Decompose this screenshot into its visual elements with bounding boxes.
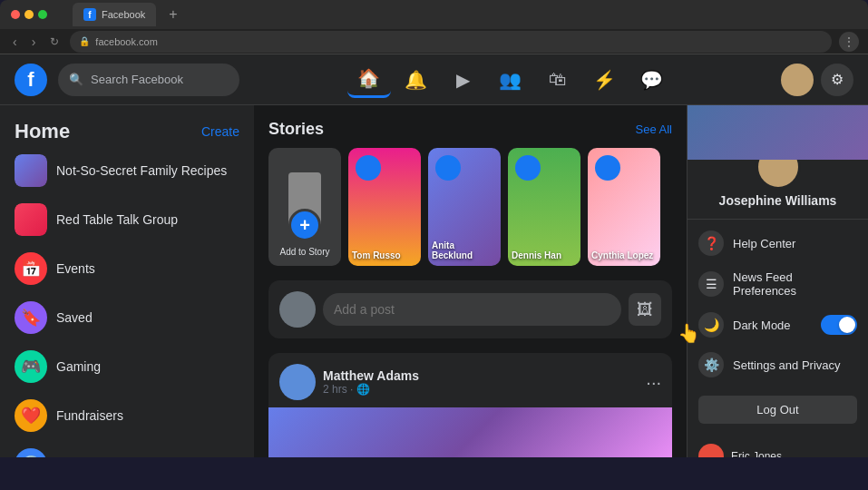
search-icon: 🔍 — [69, 73, 83, 86]
post-header: Matthew Adams 2 hrs · 🌐 ··· — [268, 353, 672, 400]
news-feed-label: News Feed Preferences — [733, 270, 857, 298]
logout-button[interactable]: Log Out — [698, 396, 857, 424]
nav-friends-button[interactable]: 👥 — [489, 62, 532, 98]
news-feed-icon: ☰ — [698, 271, 724, 297]
top-nav: f 🔍 Search Facebook 🏠 🔔 ▶ 👥 🛍 ⚡ 💬 ⚙ — [0, 54, 868, 105]
sidebar-item-events[interactable]: 📅 Events — [7, 245, 247, 292]
nav-groups-button[interactable]: ⚡ — [583, 62, 627, 98]
forward-button[interactable]: › — [28, 33, 40, 51]
nav-tv-button[interactable]: ▶ — [442, 62, 485, 98]
tl-red[interactable] — [11, 10, 20, 19]
story-avatar-3 — [515, 155, 541, 181]
nav-bell-button[interactable]: 🔔 — [395, 62, 438, 98]
post-avatar — [279, 364, 316, 400]
browser-settings-button[interactable]: ⋮ — [839, 32, 859, 52]
story-name-2: Anita Becklund — [432, 240, 497, 260]
sidebar-item-label: Saved — [56, 310, 93, 325]
news-feed-pref-item[interactable]: ☰ News Feed Preferences — [688, 263, 868, 305]
add-story-card[interactable]: + Add to Story — [268, 148, 341, 266]
story-avatar-4 — [595, 155, 620, 181]
stories-section: Stories See All + Add to Story Tom Russo — [268, 120, 672, 266]
toggle-knob — [839, 317, 855, 333]
feed-inner: Stories See All + Add to Story Tom Russo — [254, 105, 687, 457]
sidebar-item-fundraisers[interactable]: ❤️ Fundraisers — [7, 392, 247, 439]
profile-name: Josephine Williams — [719, 193, 837, 208]
right-panel: Josephine Williams ❓ Help Center ☰ News … — [687, 54, 868, 457]
events-icon: 📅 — [15, 252, 47, 285]
nav-store-button[interactable]: 🛍 — [536, 62, 580, 98]
settings-privacy-label: Settings and Privacy — [733, 358, 841, 372]
settings-button[interactable]: ⚙ — [821, 64, 853, 96]
stories-title: Stories — [268, 120, 324, 139]
post-composer: 🖼 — [268, 280, 672, 338]
sidebar-item-label: Gaming — [56, 359, 101, 374]
sidebar: Home Create Not-So-Secret Family Recipes… — [0, 54, 254, 457]
story-avatar-2 — [435, 155, 461, 181]
address-bar: ‹ › ↻ 🔒 facebook.com ⋮ — [0, 29, 868, 54]
group-red-img — [15, 203, 47, 236]
sidebar-item-label: Fundraisers — [56, 408, 123, 423]
search-placeholder: Search Facebook — [91, 73, 183, 86]
back-button[interactable]: ‹ — [9, 33, 21, 51]
story-name-1: Tom Russo — [352, 250, 417, 260]
new-tab-button[interactable]: + — [163, 6, 182, 23]
saved-icon: 🔖 — [15, 301, 47, 334]
contact-item-1[interactable]: Eric Jones — [688, 438, 868, 457]
nav-icons: 🏠 🔔 ▶ 👥 🛍 ⚡ 💬 — [250, 62, 770, 98]
help-center-icon: ❓ — [698, 230, 724, 256]
profile-avatar-button[interactable] — [781, 64, 814, 96]
dark-mode-item[interactable]: 🌙 Dark Mode — [688, 305, 868, 345]
fb-logo[interactable]: f — [15, 64, 47, 96]
active-tab[interactable]: f Facebook — [73, 3, 156, 26]
search-bar[interactable]: 🔍 Search Facebook — [58, 64, 239, 96]
tl-green[interactable] — [38, 10, 47, 19]
app-container: f 🔍 Search Facebook 🏠 🔔 ▶ 👥 🛍 ⚡ 💬 ⚙ Home… — [0, 54, 868, 457]
post-meta: 2 hrs · 🌐 — [323, 383, 639, 396]
sidebar-inner: Home Create Not-So-Secret Family Recipes… — [0, 105, 254, 457]
profile-banner — [688, 105, 868, 160]
post-image: Hi friends! I need podcast suggestions. … — [268, 407, 672, 457]
post-input[interactable] — [323, 293, 621, 326]
browser-titlebar: f Facebook + — [0, 0, 868, 29]
sidebar-item-gaming[interactable]: 🎮 Gaming — [7, 343, 247, 390]
post-menu-button[interactable]: ··· — [646, 372, 661, 393]
add-story-label: Add to Story — [279, 247, 329, 257]
url-text: facebook.com — [95, 36, 157, 47]
memories-icon: 🕐 — [15, 448, 47, 457]
browser-chrome: f Facebook + ‹ › ↻ 🔒 facebook.com ⋮ — [0, 0, 868, 54]
sidebar-item-label: Not-So-Secret Family Recipes — [56, 163, 227, 178]
sidebar-item-red-table[interactable]: Red Table Talk Group — [7, 196, 247, 243]
sidebar-item-saved[interactable]: 🔖 Saved — [7, 294, 247, 341]
help-center-item[interactable]: ❓ Help Center — [688, 223, 868, 263]
nav-messenger-button[interactable]: 💬 — [630, 62, 674, 98]
sidebar-item-memories[interactable]: 🕐 Memories — [7, 441, 247, 457]
sidebar-item-label: Events — [56, 261, 95, 276]
url-box[interactable]: 🔒 facebook.com — [70, 31, 832, 53]
contact-name-1: Eric Jones — [731, 450, 782, 457]
dropdown-menu: ❓ Help Center ☰ News Feed Preferences 🌙 … — [688, 220, 868, 388]
contact-avatar-1 — [698, 444, 724, 457]
stories-row: + Add to Story Tom Russo Anita Becklund … — [268, 148, 672, 266]
add-story-circle: + — [288, 209, 321, 241]
profile-section: Josephine Williams — [688, 160, 868, 220]
settings-privacy-item[interactable]: ⚙️ Settings and Privacy — [688, 345, 868, 385]
dark-mode-icon: 🌙 — [698, 312, 724, 338]
sidebar-item-not-so-secret[interactable]: Not-So-Secret Family Recipes — [7, 147, 247, 194]
sidebar-item-label: Red Table Talk Group — [56, 212, 178, 227]
dark-mode-label: Dark Mode — [733, 318, 791, 332]
tl-yellow[interactable] — [24, 10, 34, 19]
nav-home-button[interactable]: 🏠 — [347, 62, 391, 98]
photo-video-button[interactable]: 🖼 — [629, 293, 661, 326]
settings-privacy-dropdown-icon: ⚙️ — [698, 352, 724, 377]
story-card-2[interactable]: Anita Becklund — [428, 148, 501, 266]
refresh-button[interactable]: ↻ — [46, 34, 63, 50]
dark-mode-toggle[interactable] — [821, 315, 857, 335]
contacts-section: Eric Jones Cynthia Lopez Anna Becklund A… — [688, 431, 868, 457]
lock-icon: 🔒 — [79, 36, 90, 46]
sidebar-create-button[interactable]: Create — [201, 124, 239, 139]
story-card-1[interactable]: Tom Russo — [348, 148, 421, 266]
story-card-3[interactable]: Dennis Han — [508, 148, 580, 266]
see-all-button[interactable]: See All — [636, 122, 672, 136]
story-card-4[interactable]: Cynthia Lopez — [588, 148, 660, 266]
tab-favicon: f — [83, 8, 96, 21]
